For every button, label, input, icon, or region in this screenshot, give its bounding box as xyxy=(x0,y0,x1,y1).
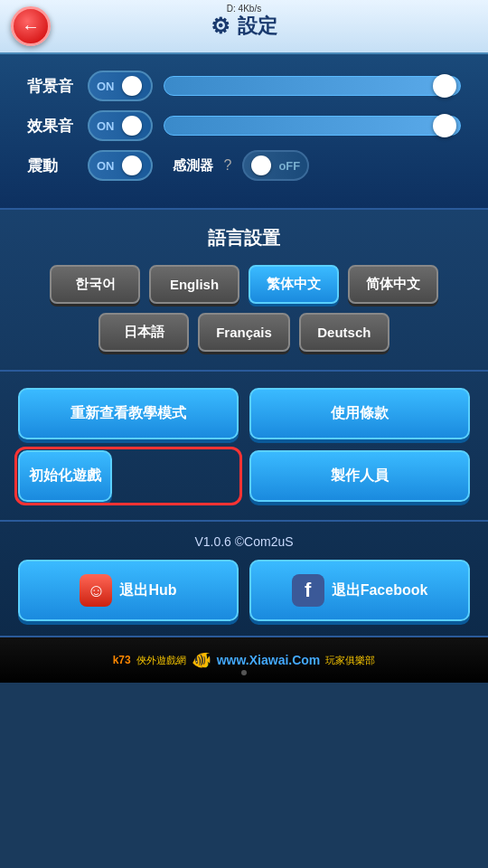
page-title-container: ⚙ 設定 xyxy=(211,13,277,40)
bg-music-toggle[interactable]: ON xyxy=(88,71,153,101)
back-button[interactable]: ← xyxy=(11,6,51,46)
effect-sound-slider[interactable] xyxy=(164,116,462,136)
settings-panel: 背景音 ON 效果音 ON 震動 ON xyxy=(0,54,488,210)
facebook-logout-label: 退出Facebook xyxy=(332,581,428,600)
watermark-url: www.Xiawai.Com xyxy=(217,653,321,667)
page-title: 設定 xyxy=(238,13,277,40)
effect-sound-toggle[interactable]: ON xyxy=(88,110,153,141)
vibration-row: 震動 ON 感測器 ? oFF xyxy=(27,150,461,181)
effect-sound-slider-knob xyxy=(433,114,456,137)
vibration-label: 震動 xyxy=(27,156,77,176)
lang-btn-korean[interactable]: 한국어 xyxy=(50,265,140,304)
language-title: 語言設置 xyxy=(18,226,470,250)
effect-sound-row: 效果音 ON xyxy=(27,110,461,141)
hub-logout-button[interactable]: ☺ 退出Hub xyxy=(18,560,239,621)
bg-music-row: 背景音 ON xyxy=(27,71,461,101)
question-icon[interactable]: ? xyxy=(224,157,232,174)
bg-music-slider[interactable] xyxy=(164,76,462,96)
vibration-toggle-text: ON xyxy=(97,159,115,173)
effect-sound-toggle-text: ON xyxy=(97,119,115,133)
effect-sound-label: 效果音 xyxy=(27,116,77,137)
footer-section: V1.0.6 ©Com2uS ☺ 退出Hub f 退出Facebook xyxy=(0,522,488,637)
back-arrow-icon: ← xyxy=(22,16,40,37)
sensor-toggle[interactable]: oFF xyxy=(242,150,309,181)
home-dot-indicator xyxy=(241,670,247,675)
credits-button[interactable]: 製作人員 xyxy=(249,450,470,502)
bg-music-slider-knob xyxy=(433,74,456,98)
version-text: V1.0.6 ©Com2uS xyxy=(18,534,470,549)
fb-letter-icon: f xyxy=(305,579,311,602)
vibration-knob xyxy=(122,156,142,175)
lang-btn-trad-chinese[interactable]: 繁体中文 xyxy=(249,265,339,304)
bg-music-label: 背景音 xyxy=(27,76,77,97)
hub-emoji-icon: ☺ xyxy=(87,580,105,601)
lang-btn-simp-chinese[interactable]: 简体中文 xyxy=(348,265,438,304)
terms-button[interactable]: 使用條款 xyxy=(249,388,470,439)
bg-music-toggle-text: ON xyxy=(97,80,115,93)
action-grid: 重新查看教學模式 使用條款 初始化遊戲 製作人員 xyxy=(18,388,470,502)
sensor-knob xyxy=(251,156,271,175)
lang-btn-english[interactable]: English xyxy=(149,265,239,304)
bg-music-knob xyxy=(122,76,142,96)
lang-btn-german[interactable]: Deutsch xyxy=(299,313,389,352)
footer-buttons: ☺ 退出Hub f 退出Facebook xyxy=(18,560,470,621)
vibration-toggle[interactable]: ON xyxy=(88,150,153,181)
gear-icon: ⚙ xyxy=(211,14,230,39)
bottom-bar: k73 俠外遊戲網 🐠 www.Xiawai.Com 玩家俱樂部 xyxy=(0,637,488,683)
init-game-button[interactable]: 初始化遊戲 xyxy=(18,450,112,502)
main-content: 背景音 ON 效果音 ON 震動 ON xyxy=(0,54,488,637)
fish-icon: 🐠 xyxy=(192,650,211,670)
sensor-label: 感測器 xyxy=(173,157,213,175)
effect-sound-knob xyxy=(122,116,142,136)
site2-text: 玩家俱樂部 xyxy=(325,654,375,667)
header: D: 4Kb/s ← ⚙ 設定 xyxy=(0,0,488,54)
tutorial-button[interactable]: 重新查看教學模式 xyxy=(18,388,239,439)
facebook-logout-button[interactable]: f 退出Facebook xyxy=(249,560,470,621)
facebook-icon: f xyxy=(292,574,324,607)
network-info: D: 4Kb/s xyxy=(227,4,261,14)
action-section: 重新查看教學模式 使用條款 初始化遊戲 製作人員 xyxy=(0,372,488,522)
init-btn-wrapper: 初始化遊戲 xyxy=(18,450,239,502)
hub-logout-label: 退出Hub xyxy=(119,581,176,600)
lang-btn-french[interactable]: Français xyxy=(198,313,290,352)
site1-text: 俠外遊戲網 xyxy=(136,654,186,667)
lang-btn-japanese[interactable]: 日本語 xyxy=(99,313,189,352)
language-grid: 한국어 English 繁体中文 简体中文 日本語 Français Deuts… xyxy=(18,265,470,352)
language-section: 語言設置 한국어 English 繁体中文 简体中文 日本語 Français … xyxy=(0,210,488,372)
logo-text: k73 xyxy=(113,654,131,666)
sensor-toggle-text: oFF xyxy=(278,159,300,173)
hub-icon: ☺ xyxy=(80,574,112,607)
